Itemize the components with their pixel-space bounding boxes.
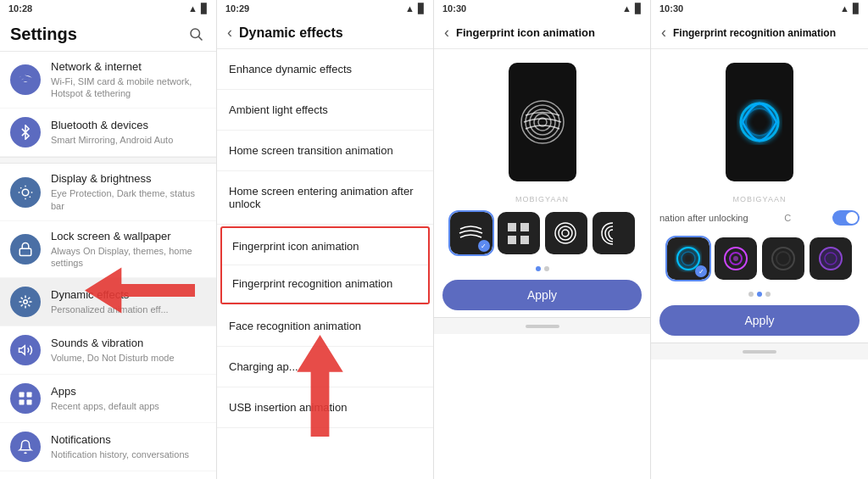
svg-point-10 (24, 300, 28, 304)
fp-recog-preview-container (651, 49, 868, 193)
sidebar-item-dynamic[interactable]: Dynamic effects Personalized animation e… (0, 278, 216, 326)
sub-option-area: nation after unlocking C (651, 205, 868, 231)
menu-item-enhance[interactable]: Enhance dynamic effects (217, 49, 433, 90)
network-subtitle: Wi-Fi, SIM card & mobile network, Hotspo… (51, 75, 206, 100)
time-4: 10:30 (659, 3, 683, 14)
menu-item-usb[interactable]: USB insertion animation (217, 387, 433, 428)
apply-button-3[interactable]: Apply (442, 280, 642, 310)
fp-recog-option-2[interactable] (715, 237, 757, 280)
svg-point-0 (191, 29, 200, 38)
lockscreen-subtitle: Always On Display, themes, home settings (51, 245, 206, 270)
status-bar-1: 10:28 ▲ ▊ (0, 0, 216, 17)
toggle-switch[interactable] (832, 210, 860, 226)
dynamic-icon (10, 287, 41, 317)
notifications-subtitle: Notification history, conversations (51, 448, 206, 460)
fp-option-3[interactable] (545, 212, 587, 254)
svg-rect-22 (520, 223, 529, 231)
fp-recog-option-4[interactable] (810, 237, 852, 280)
lockscreen-text: Lock screen & wallpaper Always On Displa… (51, 230, 206, 269)
battery-icon-4: ▊ (853, 3, 860, 14)
svg-point-35 (772, 248, 794, 270)
dynamic-header: ‹ Dynamic effects (217, 17, 433, 49)
lockscreen-title: Lock screen & wallpaper (51, 230, 206, 244)
settings-panel: 10:28 ▲ ▊ Settings (0, 0, 217, 479)
bluetooth-icon (10, 117, 41, 148)
svg-point-27 (562, 230, 569, 237)
notifications-text: Notifications Notification history, conv… (51, 433, 206, 460)
dynamic-subtitle: Personalized animation eff... (51, 304, 206, 315)
menu-item-ambient[interactable]: Ambient light effects (217, 90, 433, 131)
menu-item-charging[interactable]: Charging ap... (217, 347, 433, 387)
fp-recog-header: ‹ Fingerprint recognition animation (651, 17, 868, 49)
dynamic-title: Dynamic effects (51, 288, 206, 303)
svg-rect-12 (19, 393, 25, 398)
menu-item-fp-recog[interactable]: Fingerprint recognition animation (222, 265, 428, 303)
sounds-subtitle: Volume, Do Not Disturb mode (51, 352, 206, 364)
sidebar-item-sounds[interactable]: Sounds & vibration Volume, Do Not Distur… (0, 326, 216, 375)
svg-rect-15 (27, 400, 32, 405)
network-icon (10, 64, 41, 95)
sub-option-label: nation after unlocking (659, 213, 748, 223)
svg-point-31 (682, 252, 695, 265)
signal-icon: ▲ (188, 3, 198, 14)
status-bar-4: 10:30 ▲ ▊ (651, 0, 868, 17)
svg-point-34 (733, 256, 738, 261)
fp-option-1[interactable]: ✓ (450, 212, 492, 254)
fp-icon-animation-panel: 10:30 ▲ ▊ ‹ Fingerprint icon animation (434, 0, 651, 479)
search-button[interactable] (186, 24, 206, 44)
svg-line-6 (30, 196, 31, 197)
network-text: Network & internet Wi-Fi, SIM card & mob… (51, 60, 206, 99)
menu-item-home-unlock[interactable]: Home screen entering animation after unl… (217, 171, 433, 225)
back-button-2[interactable]: ‹ (227, 24, 232, 42)
sounds-text: Sounds & vibration Volume, Do Not Distur… (51, 337, 206, 364)
sidebar-item-lockscreen[interactable]: Lock screen & wallpaper Always On Displa… (0, 221, 216, 278)
time-2: 10:29 (225, 3, 249, 14)
sidebar-item-display[interactable]: Display & brightness Eye Protection, Dar… (0, 164, 216, 220)
apps-text: Apps Recent apps, default apps (51, 385, 206, 412)
fp-option-4[interactable] (593, 212, 635, 254)
bottom-bar-4 (651, 343, 868, 359)
sidebar-item-notifications[interactable]: Notifications Notification history, conv… (0, 423, 216, 471)
status-bar-2: 10:29 ▲ ▊ (217, 0, 433, 17)
apps-icon (10, 383, 41, 414)
fp-recog-option-1[interactable]: ✓ (667, 237, 709, 280)
svg-rect-21 (508, 223, 516, 231)
fp-icon-header: ‹ Fingerprint icon animation (434, 17, 650, 49)
settings-list: Network & internet Wi-Fi, SIM card & mob… (0, 52, 216, 479)
svg-rect-9 (19, 248, 31, 255)
status-icons-3: ▲ ▊ (622, 3, 642, 14)
sidebar-item-bluetooth[interactable]: Bluetooth & devices Smart Mirroring, And… (0, 109, 216, 157)
menu-item-face-recog[interactable]: Face recognition animation (217, 306, 433, 347)
sidebar-item-network[interactable]: Network & internet Wi-Fi, SIM card & mob… (0, 52, 216, 109)
fp-option-2[interactable] (498, 212, 540, 254)
apps-subtitle: Recent apps, default apps (51, 400, 206, 412)
signal-icon-4: ▲ (840, 3, 849, 14)
signal-icon-3: ▲ (622, 3, 632, 14)
sidebar-item-apps[interactable]: Apps Recent apps, default apps (0, 375, 216, 423)
home-indicator-4 (743, 350, 776, 354)
fp-recog-option-3[interactable] (762, 237, 804, 280)
fp-recog-options-grid: ✓ (651, 231, 868, 287)
svg-line-1 (198, 36, 202, 40)
display-title: Display & brightness (51, 172, 206, 187)
menu-item-fp-icon[interactable]: Fingerprint icon animation (222, 228, 428, 265)
apply-button-4[interactable]: Apply (659, 305, 860, 336)
display-subtitle: Eye Protection, Dark theme, status bar (51, 187, 206, 212)
svg-rect-13 (27, 393, 32, 398)
sounds-title: Sounds & vibration (51, 337, 206, 351)
dynamic-effects-list: Enhance dynamic effects Ambient light ef… (217, 49, 433, 479)
dot-1 (536, 266, 541, 271)
notifications-icon (10, 432, 41, 462)
check-mark-1: ✓ (478, 240, 490, 252)
status-icons-2: ▲ ▊ (405, 3, 425, 14)
status-bar-3: 10:30 ▲ ▊ (434, 0, 650, 17)
back-button-4[interactable]: ‹ (661, 24, 666, 42)
dot-4-1 (748, 292, 754, 297)
dots-indicator-4 (651, 292, 868, 297)
svg-marker-11 (19, 346, 25, 355)
status-icons-1: ▲ ▊ (188, 3, 208, 14)
back-button-3[interactable]: ‹ (444, 24, 449, 42)
battery-icon-3: ▊ (635, 3, 642, 14)
menu-item-home-transition[interactable]: Home screen transition animation (217, 131, 433, 171)
svg-point-26 (559, 226, 572, 240)
